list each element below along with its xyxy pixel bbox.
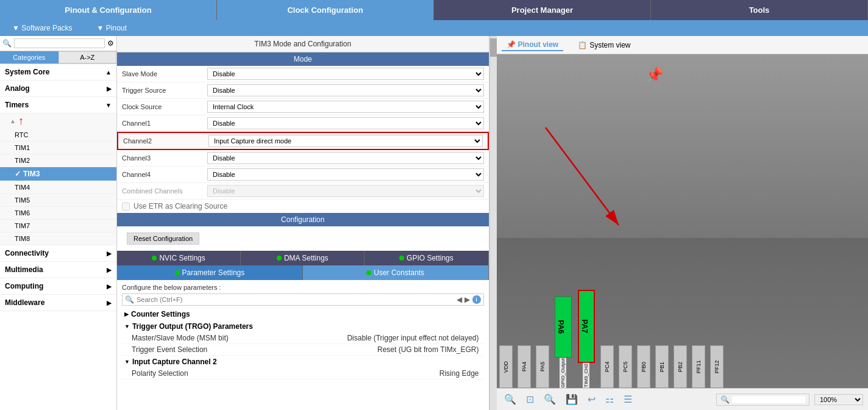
params-area: Configure the below parameters : 🔍 ◀ ▶ i…	[117, 280, 489, 383]
center-title: TIM3 Mode and Configuration	[117, 36, 489, 52]
sidebar-item-middleware[interactable]: Middleware ▶	[0, 295, 116, 311]
search-icon: 🔍	[2, 39, 12, 48]
tab-dma-settings[interactable]: DMA Settings	[241, 251, 365, 265]
tab-nvic-settings[interactable]: NVIC Settings	[117, 251, 241, 265]
tab-categories[interactable]: Categories	[0, 51, 59, 63]
combined-channels-select[interactable]: Disable	[207, 185, 484, 197]
sidebar-item-connectivity[interactable]: Connectivity ▶	[0, 245, 116, 262]
params-search-bar: 🔍 ◀ ▶ i	[122, 293, 484, 306]
input-capture-chevron: ▼	[124, 359, 130, 365]
tab-user-constants[interactable]: User Constants	[303, 265, 489, 280]
tree-counter-settings[interactable]: ▶ Counter Settings	[122, 308, 484, 320]
save-image-icon[interactable]: 💾	[563, 392, 580, 406]
sidebar-sub-tim2[interactable]: TIM2	[0, 154, 116, 167]
clock-source-select[interactable]: Internal Clock	[207, 101, 484, 113]
pin-pa4[interactable]: PA4	[515, 345, 533, 388]
pin-pc5[interactable]: PC5	[616, 345, 635, 388]
pin-pa6[interactable]: PA6 GPIO_Output	[552, 297, 575, 388]
pin-pb0[interactable]: PB0	[635, 345, 653, 388]
tab-system-view[interactable]: 📋 System view	[573, 40, 635, 51]
pin-pb1[interactable]: PB1	[653, 345, 671, 388]
nav-pinout[interactable]: Pinout & Configuration	[0, 0, 217, 20]
tree-polarity-selection: Polarity Selection Rising Edge	[122, 368, 484, 379]
pin-vdd-label: VDD	[499, 345, 513, 388]
sidebar-sub-tim1[interactable]: TIM1	[0, 142, 116, 154]
pin-pf11-label: PF11	[692, 345, 705, 388]
sidebar-sub-tim8[interactable]: TIM8	[0, 232, 116, 245]
toolbar-search-icon: 🔍	[720, 395, 730, 404]
tree-trgo-params[interactable]: ▼ Trigger Output (TRGO) Parameters	[122, 320, 484, 333]
tree-input-capture-ch2[interactable]: ▼ Input Capture Channel 2	[122, 356, 484, 368]
sidebar-sub-tim6[interactable]: TIM6	[0, 207, 116, 220]
zoom-out-icon[interactable]: 🔍	[541, 392, 558, 406]
combined-channels-label: Combined Channels	[122, 187, 207, 195]
params-prev-icon[interactable]: ◀	[457, 295, 462, 304]
clock-source-label: Clock Source	[122, 103, 207, 110]
channel3-select[interactable]: Disable	[207, 152, 484, 164]
chevron-timers: ▼	[105, 102, 112, 109]
slave-mode-label: Slave Mode	[122, 70, 207, 77]
tab-parameter-settings[interactable]: Parameter Settings	[117, 265, 303, 280]
channel1-select[interactable]: Disable	[207, 117, 484, 129]
toolbar-search-input[interactable]	[732, 396, 805, 403]
nav-project[interactable]: Project Manager	[434, 0, 651, 20]
trgo-params-chevron: ▼	[124, 323, 130, 329]
sidebar-item-timers[interactable]: Timers ▼	[0, 97, 116, 113]
toolbar-zoom-select[interactable]: 100%	[814, 394, 863, 405]
sidebar-sub-tim5[interactable]: TIM5	[0, 194, 116, 207]
pin-vdd[interactable]: VDD	[497, 345, 515, 388]
params-search-input[interactable]	[137, 296, 454, 303]
pin-pc5-label: PC5	[619, 345, 632, 388]
etr-checkbox[interactable]	[122, 203, 130, 210]
tab-az[interactable]: A->Z	[59, 51, 117, 63]
sidebar-item-analog[interactable]: Analog ▶	[0, 81, 116, 97]
sidebar-sub-tim3[interactable]: ✓ TIM3	[0, 167, 116, 181]
sidebar-item-computing[interactable]: Computing ▶	[0, 278, 116, 295]
sidebar-item-system-core[interactable]: System Core ▲	[0, 64, 116, 81]
nav-tools[interactable]: Tools	[651, 0, 868, 20]
sidebar-sub-rtc[interactable]: RTC	[0, 129, 116, 142]
pin-pa7[interactable]: PA7 TIM3_CH2	[575, 290, 598, 388]
columns-icon[interactable]: ⚏	[603, 392, 616, 406]
trigger-source-select[interactable]: Disable	[207, 84, 484, 96]
pin-pf11[interactable]: PF11	[689, 345, 708, 388]
settings-icon[interactable]: ⚙	[107, 39, 114, 48]
tab-pinout-view[interactable]: 📌 Pinout view	[502, 39, 564, 51]
chevron-analog: ▶	[107, 85, 112, 92]
pin-pf12[interactable]: PF12	[708, 345, 726, 388]
slave-mode-select[interactable]: Disable	[207, 68, 484, 80]
counter-settings-chevron: ▶	[124, 311, 129, 317]
center-scrollbar[interactable]	[489, 36, 497, 410]
pin-pb2[interactable]: PB2	[671, 345, 689, 388]
scrollbar-thumb[interactable]	[490, 38, 497, 57]
sub-nav-pinout[interactable]: ▼ Pinout	[85, 24, 139, 32]
list-icon[interactable]: ☰	[621, 392, 635, 406]
nav-clock[interactable]: Clock Configuration	[217, 0, 434, 20]
ic-chip: 📌	[497, 54, 869, 238]
fit-icon[interactable]: ⊡	[524, 392, 536, 406]
pin-pc4[interactable]: PC4	[598, 345, 616, 388]
sidebar-item-multimedia[interactable]: Multimedia ▶	[0, 262, 116, 278]
undo-icon[interactable]: ↩	[585, 392, 598, 406]
nvic-dot	[152, 256, 157, 261]
chevron-multimedia: ▶	[107, 267, 112, 273]
channel2-select[interactable]: Input Capture direct mode	[208, 135, 483, 147]
pin-pa5[interactable]: PA5	[533, 345, 552, 388]
pin-pf12-label: PF12	[710, 345, 724, 388]
timers-list: ▲ ↑ RTC TIM1 TIM2 ✓ TIM3 TIM4 TIM5 TIM6 …	[0, 113, 116, 245]
zoom-in-icon[interactable]: 🔍	[502, 392, 519, 406]
params-next-icon[interactable]: ▶	[464, 295, 470, 304]
sidebar-search-input[interactable]	[14, 38, 105, 48]
sidebar-sub-tim7[interactable]: TIM7	[0, 220, 116, 232]
params-search-icon: 🔍	[125, 295, 134, 304]
pin-pa7-func: TIM3_CH2	[583, 363, 589, 388]
channel4-select[interactable]: Disable	[207, 168, 484, 181]
form-row-slave-mode: Slave Mode Disable	[117, 66, 489, 82]
sub-nav-software-packs[interactable]: ▼ Software Packs	[0, 24, 85, 32]
form-row-channel1: Channel1 Disable	[117, 115, 489, 132]
bottom-toolbar: 🔍 ⊡ 🔍 💾 ↩ ⚏ ☰ 🔍 100%	[497, 388, 869, 410]
app-root: Pinout & Configuration Clock Configurati…	[0, 0, 868, 410]
reset-config-button[interactable]: Reset Configuration	[127, 232, 199, 245]
tab-gpio-settings[interactable]: GPIO Settings	[365, 251, 488, 265]
sidebar-sub-tim4[interactable]: TIM4	[0, 181, 116, 194]
